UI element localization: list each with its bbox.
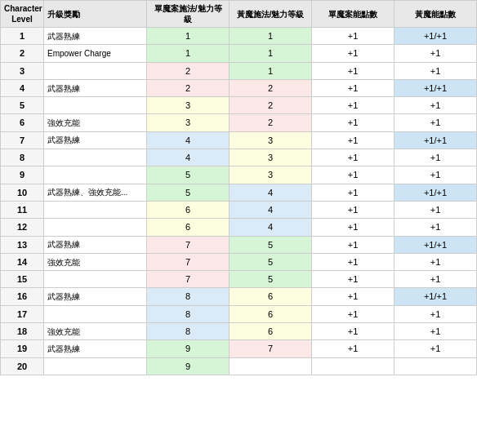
table-row: 1164+1+1 [1,201,477,218]
cell-bonus: 強效充能 [44,323,147,340]
cell-bonus [44,271,147,288]
table-row: 7武器熟練43+1+1/+1 [1,131,477,149]
cell-col5: +1 [312,340,395,357]
cell-col5: +1 [312,149,395,166]
table-row: 1武器熟練11+1+1/+1 [1,28,477,45]
cell-bonus [44,201,147,218]
cell-bonus: 武器熟練 [44,340,147,357]
cell-col6: +1/+1 [395,28,477,45]
table-row: 16武器熟練86+1+1/+1 [1,288,477,305]
cell-col4: 4 [230,184,312,201]
cell-bonus: 武器熟練 [44,28,147,45]
cell-level: 20 [1,357,44,375]
cell-col6: +1 [395,340,477,357]
header-bonus: 升級獎勵 [44,1,147,28]
cell-col6: +1/+1 [395,79,477,96]
cell-col4: 4 [230,219,312,236]
cell-col3: 1 [147,28,230,45]
cell-col6: +1 [395,166,477,184]
table-row: 532+1+1 [1,97,477,114]
cell-col4: 1 [230,62,312,79]
cell-level: 17 [1,305,44,322]
table-row: 10武器熟練、強效充能...54+1+1/+1 [1,184,477,201]
table-row: 18強效充能86+1+1 [1,323,477,340]
cell-col5: +1 [312,114,395,131]
cell-bonus [44,149,147,166]
cell-col5: +1 [312,184,395,201]
cell-col6: +1 [395,62,477,79]
cell-level: 16 [1,288,44,305]
cell-col3: 7 [147,271,230,288]
table-row: 1786+1+1 [1,305,477,322]
cell-col3: 8 [147,288,230,305]
cell-col4: 6 [230,288,312,305]
cell-col6: +1 [395,253,477,270]
cell-level: 8 [1,149,44,166]
cell-bonus: 強效充能 [44,253,147,270]
cell-col3: 8 [147,323,230,340]
cell-col3: 3 [147,114,230,131]
cell-col5: +1 [312,62,395,79]
cell-level: 19 [1,340,44,357]
cell-level: 2 [1,45,44,62]
cell-level: 14 [1,253,44,270]
cell-col3: 6 [147,201,230,218]
cell-col6: +1 [395,271,477,288]
cell-level: 1 [1,28,44,45]
cell-col5: +1 [312,236,395,253]
cell-col5: +1 [312,323,395,340]
header-level: Character Level [1,1,44,28]
cell-col3: 7 [147,253,230,270]
cell-level: 7 [1,131,44,149]
table-row: 209 [1,357,477,375]
header-col4: 黃魔施法/魅力等級 [230,1,312,28]
cell-col6: +1 [395,114,477,131]
cell-bonus: 武器熟練、強效充能... [44,184,147,201]
cell-col4: 1 [230,45,312,62]
cell-col4: 5 [230,271,312,288]
table-row: 843+1+1 [1,149,477,166]
cell-col4: 2 [230,114,312,131]
cell-col5: +1 [312,166,395,184]
cell-col5: +1 [312,131,395,149]
cell-col4: 6 [230,323,312,340]
cell-bonus [44,62,147,79]
cell-bonus: 武器熟練 [44,288,147,305]
cell-col3: 1 [147,45,230,62]
cell-col3: 8 [147,305,230,322]
cell-col6: +1/+1 [395,236,477,253]
cell-bonus: 武器熟練 [44,131,147,149]
cell-bonus: 強效充能 [44,114,147,131]
cell-col3: 7 [147,236,230,253]
cell-col4: 6 [230,305,312,322]
cell-col3: 2 [147,62,230,79]
header-col5: 單魔案能點數 [312,1,395,28]
cell-col3: 6 [147,219,230,236]
cell-col5: +1 [312,79,395,96]
cell-col3: 9 [147,340,230,357]
table-row: 321+1+1 [1,62,477,79]
cell-col3: 3 [147,97,230,114]
cell-col4: 7 [230,340,312,357]
cell-bonus [44,305,147,322]
cell-col6: +1 [395,323,477,340]
cell-col6: +1 [395,201,477,218]
table-row: 4武器熟練22+1+1/+1 [1,79,477,96]
cell-col3: 9 [147,357,230,375]
cell-col5: +1 [312,253,395,270]
cell-level: 5 [1,97,44,114]
cell-col4: 2 [230,97,312,114]
table-row: 6強效充能32+1+1 [1,114,477,131]
cell-col6: +1 [395,305,477,322]
cell-col4: 4 [230,201,312,218]
cell-col6: +1 [395,149,477,166]
cell-col6: +1 [395,219,477,236]
cell-bonus [44,219,147,236]
cell-bonus [44,97,147,114]
cell-col5 [312,357,395,375]
cell-level: 15 [1,271,44,288]
table-row: 953+1+1 [1,166,477,184]
cell-col3: 5 [147,166,230,184]
cell-bonus: 武器熟練 [44,236,147,253]
header-col3: 單魔案施法/魅力等級 [147,1,230,28]
